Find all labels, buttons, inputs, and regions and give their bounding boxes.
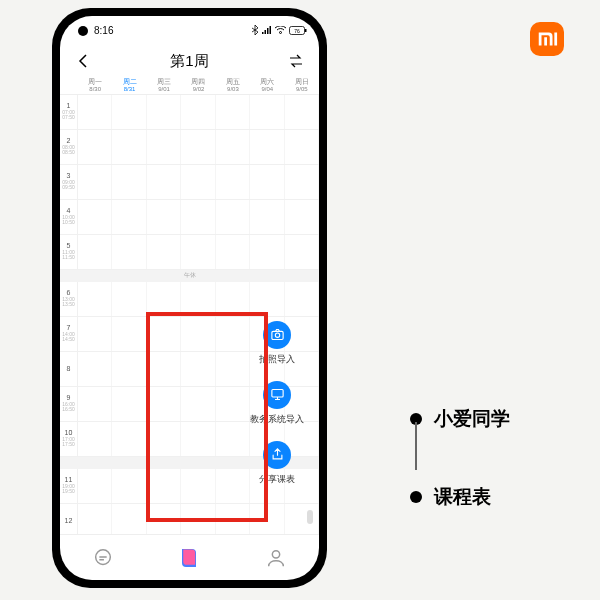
svg-rect-0 [262,32,264,34]
day-fri[interactable]: 周五9/03 [216,78,250,94]
period-row: 107:0007:50 [60,95,319,130]
svg-rect-3 [270,26,272,34]
svg-rect-9 [271,390,282,398]
day-wed[interactable]: 周三9/01 [147,78,181,94]
share-button[interactable] [263,441,291,469]
annotation-dot [410,491,422,503]
side-annotations: 小爱同学 课程表 [410,406,510,510]
svg-point-8 [275,333,279,337]
signal-icon [262,26,272,34]
front-camera [78,26,88,36]
annotation-connector [415,422,417,470]
weekday-header: 周一8/30 周二8/31 周三9/01 周四9/02 周五9/03 周六9/0… [60,78,319,94]
photo-import-button[interactable] [263,321,291,349]
battery-icon: 76 [289,26,307,35]
status-bar: 8:16 76 [60,16,319,44]
period-row: 309:0009:50 [60,165,319,200]
phone-screen: 8:16 76 第1周 周一8/30 周二8/31 周三9/01 周四9/02 … [60,16,319,580]
system-import-label: 教务系统导入 [249,413,305,426]
period-row: 511:0011:50 [60,235,319,270]
period-row: 410:0010:50 [60,200,319,235]
svg-point-11 [272,550,279,557]
bluetooth-icon [251,25,259,35]
status-time: 8:16 [94,25,113,36]
camera-icon [270,327,285,342]
wifi-icon [275,26,286,34]
annotation-xiaoai: 小爱同学 [434,406,510,432]
day-thu[interactable]: 周四9/02 [181,78,215,94]
schedule-grid[interactable]: 107:0007:50 208:0008:50 309:0009:50 410:… [60,94,319,534]
phone-frame: 8:16 76 第1周 周一8/30 周二8/31 周三9/01 周四9/02 … [52,8,327,588]
monitor-icon [270,387,285,402]
period-row: 12 [60,504,319,534]
lunch-divider: 午休 [60,270,319,282]
back-icon[interactable] [74,52,92,70]
nav-profile-icon[interactable] [265,547,287,569]
day-mon[interactable]: 周一8/30 [78,78,112,94]
share-label: 分享课表 [249,473,305,486]
day-tue[interactable]: 周二8/31 [112,78,146,94]
annotation-schedule: 课程表 [434,484,491,510]
day-sat[interactable]: 周六9/04 [250,78,284,94]
photo-import-label: 拍照导入 [249,353,305,366]
app-nav: 第1周 [60,44,319,78]
nav-schedule-icon[interactable] [177,546,201,570]
svg-rect-5 [305,29,307,32]
scroll-indicator [307,510,313,524]
system-import-button[interactable] [263,381,291,409]
nav-title: 第1周 [170,52,208,71]
share-icon [270,447,285,462]
svg-rect-2 [267,28,269,34]
bottom-nav [60,534,319,580]
svg-rect-1 [265,30,267,34]
nav-chat-icon[interactable] [92,547,114,569]
period-row: 613:0013:50 [60,282,319,317]
mi-logo [530,22,564,56]
svg-text:76: 76 [294,27,300,33]
day-sun[interactable]: 周日9/05 [285,78,319,94]
switch-icon[interactable] [287,52,305,70]
mi-logo-icon [536,28,558,50]
period-row: 208:0008:50 [60,130,319,165]
